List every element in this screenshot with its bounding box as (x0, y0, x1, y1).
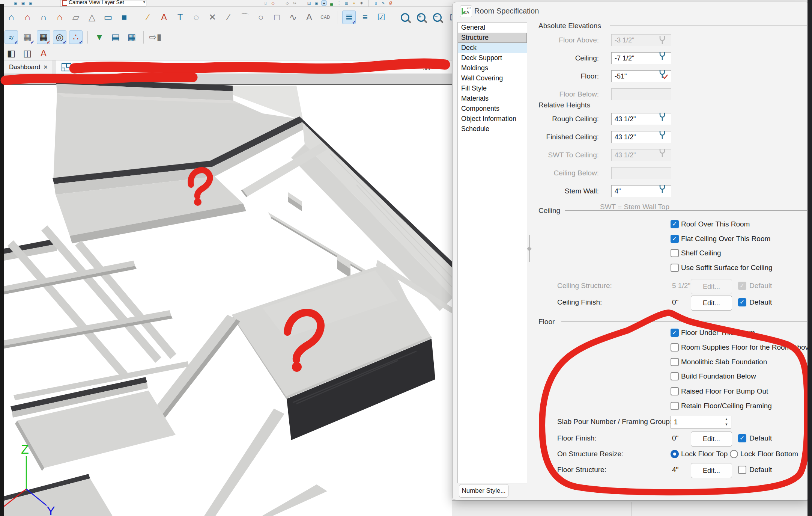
svg-text:CA: CA (463, 10, 469, 15)
swt-to-ceiling-label: SWT To Ceiling: (505, 149, 599, 161)
nav-item-general[interactable]: General (458, 23, 527, 33)
floor-finish-label: Floor Finish: (557, 432, 597, 445)
ceiling-structure-value: 5 1/2" (672, 279, 690, 293)
wrench-icon (659, 148, 667, 158)
shelf-ceiling-checkbox[interactable] (671, 249, 679, 257)
room-supplies-floor-checkbox[interactable] (671, 343, 679, 352)
section-floor: Floor (538, 318, 555, 326)
floor-above-label: Floor Above: (505, 34, 599, 46)
floor-below-field (611, 88, 671, 100)
wrench-check-icon[interactable] (659, 69, 667, 79)
wrench-icon[interactable] (659, 51, 667, 61)
ceiling-finish-edit-button[interactable]: Edit... (691, 296, 732, 311)
wrench-icon[interactable] (659, 130, 667, 140)
checkbox-label: Build Foundation Below (681, 372, 756, 381)
ceiling-below-label: Ceiling Below: (505, 167, 599, 179)
monolithic-slab-checkbox[interactable] (671, 358, 679, 366)
soffit-surface-checkbox[interactable] (671, 264, 679, 272)
section-absolute-elevations: Absolute Elevations (538, 22, 601, 30)
foundation-walls (0, 78, 454, 516)
default-label: Default (749, 434, 772, 443)
wrench-icon[interactable] (659, 184, 667, 194)
checkbox-label: Room Supplies Floor for the Room Above (681, 343, 812, 352)
retain-framing-checkbox[interactable] (671, 402, 679, 410)
ceiling-structure-default-checkbox (738, 282, 746, 290)
screen-edge-left (0, 4, 4, 516)
floor-structure-default-checkbox[interactable] (738, 466, 746, 474)
swt-note: SWT = Stem Wall Top (600, 200, 669, 214)
checkbox-label: Floor Under This Room (681, 328, 755, 337)
floor-structure-value: 4" (672, 463, 678, 477)
checkbox-label: Use Soffit Surface for Ceiling (681, 263, 773, 272)
ceiling-structure-edit-button: Edit... (691, 279, 732, 294)
application-window: ▣▣▣ Camera View Layer Set ▾ ▯◇◇✂▤▣●▄⁚▥✶✸… (0, 0, 812, 516)
screen-edge-right (807, 0, 812, 516)
ceiling-below-field (611, 167, 671, 179)
radio-label: Lock Floor Top (681, 450, 728, 459)
flat-ceiling-checkbox[interactable] (671, 235, 679, 243)
number-style-button[interactable]: Number Style... (459, 484, 508, 498)
floor-structure-edit-button[interactable]: Edit... (691, 463, 732, 478)
nav-item-components[interactable]: Components (458, 104, 527, 114)
y-axis-label: Y (47, 504, 55, 516)
z-axis-label: Z (21, 442, 29, 456)
wrench-icon[interactable] (659, 112, 667, 122)
checkbox-label: Monolithic Slab Foundation (681, 358, 767, 367)
spinner-arrows-icon[interactable]: ▲▼ (723, 416, 730, 427)
checkbox-label: Flat Ceiling Over This Room (681, 234, 770, 243)
ceiling-finish-value: 0" (672, 296, 678, 309)
default-label: Default (749, 281, 772, 290)
section-relative-heights: Relative Heights (538, 101, 590, 109)
floor-structure-label: Floor Structure: (557, 463, 606, 477)
floor-below-label: Floor Below: (505, 88, 599, 100)
chief-architect-logo-icon: CA X17 (460, 5, 472, 17)
floor-finish-edit-button[interactable]: Edit... (691, 432, 732, 447)
floor-finish-value: 0" (672, 432, 678, 445)
dialog-title: Room Specification (474, 7, 539, 15)
floor-under-this-room-checkbox[interactable] (671, 329, 679, 337)
ceiling-label: Ceiling: (505, 52, 599, 64)
checkbox-label: Shelf Ceiling (681, 249, 721, 258)
checkbox-label: Roof Over This Room (681, 220, 750, 229)
panel-splitter[interactable] (529, 235, 530, 262)
default-label: Default (749, 465, 772, 474)
on-structure-resize-label: On Structure Resize: (557, 447, 623, 461)
slab-pour-spinner[interactable]: 1 ▲▼ (671, 416, 731, 428)
roof-over-this-room-checkbox[interactable] (671, 220, 679, 228)
radio-label: Lock Floor Bottom (740, 450, 798, 459)
status-bar-region (452, 500, 812, 516)
floor-label: Floor: (505, 70, 599, 82)
checkbox-label: Raised Floor For Bump Out (681, 387, 768, 396)
raised-floor-bump-out-checkbox[interactable] (671, 387, 679, 395)
svg-text:X17: X17 (467, 7, 471, 9)
ceiling-finish-default-checkbox[interactable] (738, 298, 746, 306)
section-ceiling: Ceiling (538, 207, 560, 215)
lock-floor-bottom-radio[interactable] (730, 450, 738, 458)
finished-ceiling-label: Finished Ceiling: (505, 131, 599, 143)
room-specification-dialog: CA X17 Room Specification GeneralStructu… (452, 2, 810, 500)
wrench-icon (659, 35, 667, 45)
ceiling-structure-label: Ceiling Structure: (557, 279, 612, 293)
build-foundation-below-checkbox[interactable] (671, 372, 679, 380)
checkbox-label: Retain Floor/Ceiling Framing (681, 401, 772, 410)
rough-ceiling-label: Rough Ceiling: (505, 113, 599, 125)
lock-floor-top-radio[interactable] (671, 450, 679, 458)
default-label: Default (749, 298, 772, 307)
ceiling-finish-label: Ceiling Finish: (557, 296, 602, 309)
floor-finish-default-checkbox[interactable] (738, 434, 746, 442)
slab-pour-label: Slab Pour Number / Framing Group: (557, 415, 672, 428)
stem-wall-label: Stem Wall: (505, 185, 599, 197)
